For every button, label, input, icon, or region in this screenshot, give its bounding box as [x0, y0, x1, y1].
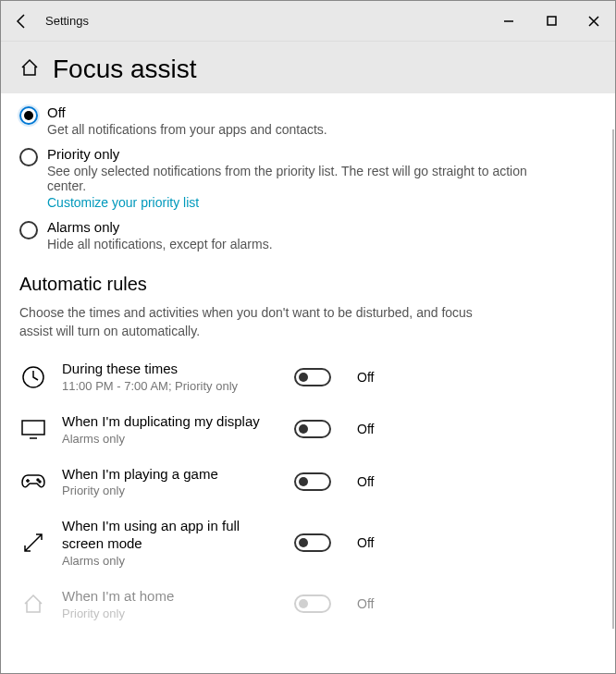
rule-sub: Alarms only — [62, 554, 279, 568]
radio-indicator — [19, 106, 38, 125]
rule-label: When I'm duplicating my display — [62, 413, 279, 431]
customize-priority-link[interactable]: Customize your priority list — [47, 195, 565, 210]
radio-desc: Hide all notifications, except for alarm… — [47, 237, 273, 251]
radio-option-off[interactable]: Off Get all notifications from your apps… — [19, 104, 597, 137]
toggle-switch — [294, 594, 331, 613]
rule-label: When I'm at home — [62, 588, 279, 606]
svg-rect-0 — [548, 17, 556, 25]
rule-label: When I'm playing a game — [62, 466, 279, 484]
radio-indicator — [19, 221, 38, 239]
toggle-state: Off — [357, 422, 374, 436]
page-header: Focus assist — [1, 42, 615, 93]
radio-label: Priority only — [47, 146, 565, 162]
home-icon[interactable] — [19, 57, 40, 82]
toggle-switch[interactable] — [294, 368, 331, 386]
minimize-button[interactable] — [487, 6, 530, 36]
rule-label: During these times — [62, 361, 279, 378]
rule-playing-game[interactable]: When I'm playing a game Priority only Of… — [19, 466, 597, 498]
rule-sub: Priority only — [62, 484, 279, 497]
rule-sub: Priority only — [62, 607, 279, 620]
rule-label: When I'm using an app in full screen mod… — [62, 518, 279, 553]
svg-rect-2 — [22, 421, 44, 435]
radio-label: Alarms only — [47, 219, 273, 235]
page-title: Focus assist — [53, 55, 197, 84]
window-title: Settings — [45, 14, 89, 28]
back-button[interactable] — [1, 1, 42, 42]
radio-label: Off — [47, 104, 327, 120]
radio-desc: Get all notifications from your apps and… — [47, 122, 327, 137]
fullscreen-icon — [19, 529, 47, 557]
titlebar: Settings — [1, 1, 615, 42]
section-heading-rules: Automatic rules — [19, 274, 597, 295]
rule-sub: Alarms only — [62, 432, 279, 446]
section-desc-rules: Choose the times and activities when you… — [19, 304, 500, 340]
scrollbar[interactable] — [612, 129, 614, 629]
content-area: Off Get all notifications from your apps… — [1, 93, 615, 657]
toggle-switch[interactable] — [294, 472, 331, 491]
maximize-button[interactable] — [530, 6, 573, 36]
toggle-switch[interactable] — [294, 420, 331, 438]
window-controls — [487, 6, 615, 36]
clock-icon — [19, 363, 47, 391]
rule-sub: 11:00 PM - 7:00 AM; Priority only — [62, 379, 279, 393]
rule-at-home: When I'm at home Priority only Off — [19, 588, 597, 620]
rule-duplicating-display[interactable]: When I'm duplicating my display Alarms o… — [19, 413, 597, 446]
toggle-state: Off — [357, 596, 374, 611]
monitor-icon — [19, 415, 47, 443]
svg-point-4 — [39, 481, 41, 483]
toggle-state: Off — [357, 535, 374, 550]
gamepad-icon — [19, 468, 47, 496]
rule-fullscreen-app[interactable]: When I'm using an app in full screen mod… — [19, 518, 597, 568]
radio-desc: See only selected notifications from the… — [47, 164, 565, 193]
radio-option-alarms[interactable]: Alarms only Hide all notifications, exce… — [19, 219, 597, 251]
rule-during-times[interactable]: During these times 11:00 PM - 7:00 AM; P… — [19, 361, 597, 393]
toggle-switch[interactable] — [294, 533, 331, 552]
radio-option-priority[interactable]: Priority only See only selected notifica… — [19, 146, 597, 210]
toggle-state: Off — [357, 370, 374, 385]
svg-point-3 — [37, 479, 39, 481]
toggle-state: Off — [357, 474, 374, 489]
home-icon — [19, 590, 47, 618]
radio-indicator — [19, 148, 38, 166]
close-button[interactable] — [573, 6, 615, 36]
